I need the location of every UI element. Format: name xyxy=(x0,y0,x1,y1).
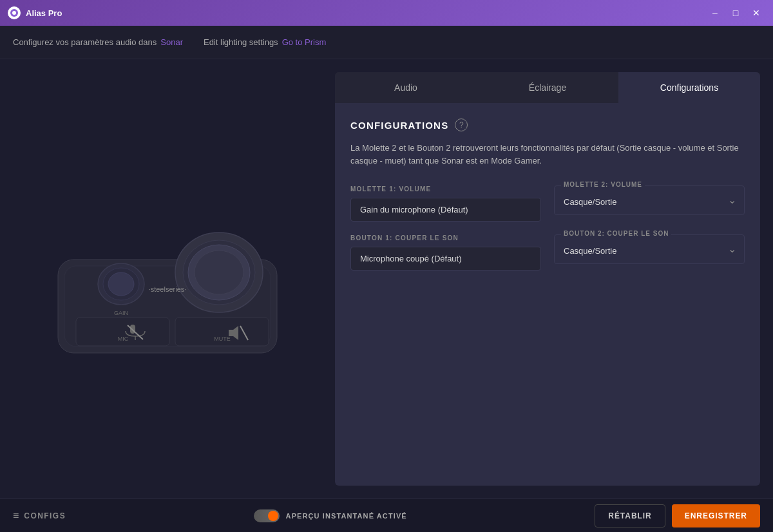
config-title: CONFIGURATIONS xyxy=(350,120,448,131)
bouton2-group: BOUTON 2: COUPER LE SON Casque/Sortie Mi… xyxy=(554,234,745,271)
device-illustration: GAIN ·steelseries· MIC MUTE xyxy=(32,189,303,369)
bottombar-right: RÉTABLIR ENREGISTRER xyxy=(595,504,760,527)
main-content: GAIN ·steelseries· MIC MUTE xyxy=(0,59,773,499)
config-panel: Audio Éclairage Configurations CONFIGURA… xyxy=(335,72,760,486)
molette2-select[interactable]: Casque/Sortie Microphone Système xyxy=(555,189,744,214)
app-title: Alias Pro xyxy=(26,8,62,18)
bouton1-label: BOUTON 1: COUPER LE SON xyxy=(350,234,541,242)
svg-point-1 xyxy=(12,11,16,15)
lighting-settings-text: Edit lighting settings xyxy=(204,37,278,47)
save-button[interactable]: ENREGISTRER xyxy=(672,504,760,527)
tab-lighting[interactable]: Éclairage xyxy=(477,72,618,103)
molette1-group: MOLETTE 1: VOLUME Gain du microphone (Dé… xyxy=(350,185,541,222)
molette2-label: MOLETTE 2: VOLUME xyxy=(561,181,645,188)
svg-text:MUTE: MUTE xyxy=(214,336,231,342)
maximize-button[interactable]: □ xyxy=(727,5,745,21)
gain-label: GAIN xyxy=(114,310,128,316)
bouton1-value: Microphone coupé (Défaut) xyxy=(350,247,541,271)
preview-toggle-knob xyxy=(268,511,278,521)
preview-toggle-track[interactable] xyxy=(254,509,280,522)
device-panel: GAIN ·steelseries· MIC MUTE xyxy=(13,72,322,486)
topbar: Configurez vos paramètres audio dans Son… xyxy=(0,26,773,59)
bouton2-dropdown-group: BOUTON 2: COUPER LE SON Casque/Sortie Mi… xyxy=(554,234,745,264)
svg-point-10 xyxy=(108,272,134,296)
configs-list-icon: ≡ xyxy=(13,510,19,522)
molette1-label: MOLETTE 1: VOLUME xyxy=(350,185,541,193)
preview-toggle[interactable] xyxy=(254,509,280,522)
window-controls: – □ ✕ xyxy=(706,5,765,21)
svg-point-7 xyxy=(195,251,243,294)
svg-text:MIC: MIC xyxy=(118,336,129,342)
brand-text: ·steelseries· xyxy=(149,285,187,293)
bottombar-center: APERÇU INSTANTANÉ ACTIVÉ xyxy=(254,509,407,522)
reset-button[interactable]: RÉTABLIR xyxy=(595,504,665,527)
bottombar-left: ≡ CONFIGS xyxy=(13,510,66,522)
sonar-link[interactable]: Sonar xyxy=(160,37,183,47)
tabs-container: Audio Éclairage Configurations xyxy=(335,72,760,103)
molette2-group: MOLETTE 2: VOLUME Casque/Sortie Micropho… xyxy=(554,185,745,222)
prism-settings-item: Edit lighting settings Go to Prism xyxy=(204,37,326,47)
tab-audio[interactable]: Audio xyxy=(335,72,477,103)
controls-grid: MOLETTE 1: VOLUME Gain du microphone (Dé… xyxy=(350,185,745,271)
config-content: CONFIGURATIONS ? La Molette 2 et le Bout… xyxy=(335,103,760,486)
titlebar-left: Alias Pro xyxy=(8,6,62,19)
minimize-button[interactable]: – xyxy=(706,5,724,21)
sonar-settings-item: Configurez vos paramètres audio dans Son… xyxy=(13,37,183,47)
bouton2-select[interactable]: Casque/Sortie Microphone Système xyxy=(555,238,744,263)
app-logo xyxy=(8,6,21,19)
preview-label: APERÇU INSTANTANÉ ACTIVÉ xyxy=(286,512,407,520)
tab-configurations[interactable]: Configurations xyxy=(618,72,760,103)
molette1-value: Gain du microphone (Défaut) xyxy=(350,198,541,222)
sonar-settings-text: Configurez vos paramètres audio dans xyxy=(13,37,157,47)
titlebar: Alias Pro – □ ✕ xyxy=(0,0,773,26)
configs-label: CONFIGS xyxy=(24,511,66,520)
bouton1-group: BOUTON 1: COUPER LE SON Microphone coupé… xyxy=(350,234,541,271)
bouton2-label: BOUTON 2: COUPER LE SON xyxy=(561,230,671,237)
close-button[interactable]: ✕ xyxy=(747,5,765,21)
prism-link[interactable]: Go to Prism xyxy=(282,37,327,47)
help-icon[interactable]: ? xyxy=(455,119,468,131)
bottombar: ≡ CONFIGS APERÇU INSTANTANÉ ACTIVÉ RÉTAB… xyxy=(0,499,773,532)
config-description: La Molette 2 et le Bouton 2 retrouveront… xyxy=(350,142,745,167)
molette2-dropdown-group: MOLETTE 2: VOLUME Casque/Sortie Micropho… xyxy=(554,185,745,215)
config-title-row: CONFIGURATIONS ? xyxy=(350,119,745,131)
